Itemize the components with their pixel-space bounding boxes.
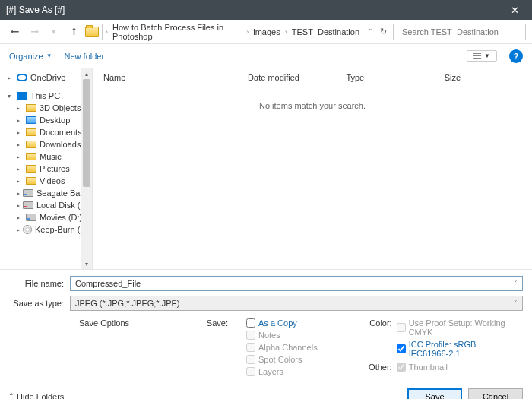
- savetype-label: Save as type:: [9, 299, 70, 308]
- folder-icon: [26, 104, 36, 112]
- spot-checkbox: Spot Colors: [246, 355, 318, 364]
- save-button[interactable]: Save: [407, 388, 462, 399]
- breadcrumb-item[interactable]: TEST_Destination: [289, 27, 363, 36]
- search-input[interactable]: [397, 24, 526, 40]
- proof-checkbox: Use Proof Setup: Working CMYK: [397, 318, 508, 337]
- column-type[interactable]: Type: [335, 71, 433, 84]
- sidebar-item[interactable]: ▸3D Objects: [0, 102, 92, 114]
- scroll-down-icon[interactable]: ▾: [81, 258, 92, 269]
- column-headers: Name Date modified Type Size: [93, 68, 532, 87]
- forward-icon: 🠖: [26, 24, 43, 40]
- sidebar-item[interactable]: ▸Desktop: [0, 114, 92, 126]
- music-icon: [26, 153, 36, 160]
- chevron-down-icon[interactable]: ˅: [366, 28, 375, 36]
- sidebar-item[interactable]: ▸Keep-Burn (F:): [0, 223, 92, 236]
- window-title: [#] Save As [#]: [6, 5, 503, 15]
- cd-icon: [23, 225, 32, 234]
- scroll-thumb[interactable]: [83, 79, 90, 187]
- pc-icon: [17, 92, 27, 100]
- breadcrumb-item[interactable]: How to Batch Process Files in Photoshop: [109, 23, 245, 41]
- alpha-checkbox: Alpha Channels: [246, 343, 318, 352]
- drive-icon: [23, 189, 33, 197]
- bottom-panel: File name: Compressed_File ˅ Save as typ…: [0, 269, 532, 382]
- cloud-icon: [17, 74, 27, 81]
- save-label: Save:: [188, 318, 228, 376]
- layers-checkbox: Layers: [246, 367, 318, 376]
- footer: ˄Hide Folders Save Cancel: [0, 382, 532, 399]
- up-icon[interactable]: 🠕: [65, 24, 82, 40]
- as-copy-checkbox[interactable]: As a Copy: [246, 318, 318, 328]
- chevron-up-icon: ˄: [9, 392, 14, 400]
- sidebar-item[interactable]: ▸Documents: [0, 126, 92, 138]
- save-options-header: Save Options: [79, 318, 170, 376]
- column-name[interactable]: Name: [93, 71, 237, 84]
- sidebar-item[interactable]: ▸Pictures: [0, 163, 92, 175]
- toolbar: Organize ▼ New folder ▼ ?: [0, 44, 532, 68]
- thumbnail-checkbox: Thumbnail: [397, 363, 448, 372]
- chevron-right-icon: ›: [246, 28, 249, 36]
- close-icon[interactable]: ✕: [503, 5, 526, 16]
- filename-input[interactable]: Compressed_File ˅: [70, 276, 523, 291]
- folder-icon: [26, 116, 36, 124]
- icc-checkbox[interactable]: ICC Profile: sRGB IEC61966-2.1: [397, 340, 508, 358]
- organize-button[interactable]: Organize ▼: [9, 52, 52, 61]
- titlebar: [#] Save As [#] ✕: [0, 0, 532, 20]
- column-date[interactable]: Date modified: [237, 71, 335, 84]
- folder-icon: [26, 141, 36, 148]
- view-button[interactable]: ▼: [467, 50, 497, 62]
- search-field[interactable]: [402, 27, 521, 36]
- videos-icon: [26, 177, 36, 185]
- scrollbar[interactable]: ▴ ▾: [81, 68, 92, 269]
- chevron-right-icon[interactable]: ›: [106, 28, 108, 36]
- other-label: Other:: [362, 363, 392, 372]
- column-size[interactable]: Size: [434, 71, 532, 84]
- pictures-icon: [26, 165, 36, 173]
- sidebar-item[interactable]: ▸Seagate Backup: [0, 187, 92, 199]
- nav-bar: 🠔 🠖 ▾ 🠕 › How to Batch Process Files in …: [0, 20, 532, 44]
- empty-message: No items match your search.: [93, 87, 532, 269]
- sidebar-item[interactable]: ▸Downloads: [0, 138, 92, 150]
- main-area: ▸OneDrive ▾This PC ▸3D Objects ▸Desktop …: [0, 68, 532, 269]
- sidebar-item[interactable]: ▸Videos: [0, 175, 92, 187]
- sidebar-item-thispc[interactable]: ▾This PC: [0, 90, 92, 102]
- chevron-right-icon: ›: [285, 28, 287, 36]
- color-label: Color:: [362, 318, 392, 358]
- breadcrumb-item[interactable]: images: [250, 27, 283, 36]
- sidebar-item-onedrive[interactable]: ▸OneDrive: [0, 71, 92, 84]
- cancel-button[interactable]: Cancel: [468, 388, 523, 399]
- savetype-select[interactable]: JPEG (*.JPG;*.JPEG;*.JPE) ˅: [70, 296, 523, 311]
- filename-label: File name:: [9, 279, 70, 288]
- chevron-down-icon[interactable]: ˅: [514, 280, 518, 287]
- drive-icon: [23, 201, 33, 209]
- file-pane: Name Date modified Type Size No items ma…: [93, 68, 532, 269]
- folder-icon: [26, 128, 36, 136]
- hide-folders-button[interactable]: ˄Hide Folders: [9, 392, 64, 400]
- chevron-down-icon[interactable]: ˅: [514, 299, 518, 307]
- back-icon[interactable]: 🠔: [6, 24, 23, 40]
- notes-checkbox: Notes: [246, 331, 318, 340]
- help-icon[interactable]: ?: [509, 49, 523, 63]
- breadcrumb[interactable]: › How to Batch Process Files in Photosho…: [102, 24, 394, 40]
- refresh-icon[interactable]: ↻: [377, 27, 390, 36]
- sidebar: ▸OneDrive ▾This PC ▸3D Objects ▸Desktop …: [0, 68, 93, 269]
- sidebar-item[interactable]: ▸Music: [0, 150, 92, 163]
- folder-icon: [85, 27, 99, 37]
- sidebar-item[interactable]: ▸Movies (D:): [0, 211, 92, 223]
- new-folder-button[interactable]: New folder: [65, 52, 105, 61]
- text-cursor-icon: [328, 278, 328, 289]
- sidebar-item[interactable]: ▸Local Disk (C:): [0, 199, 92, 211]
- recent-dropdown-icon[interactable]: ▾: [46, 24, 62, 40]
- drive-icon: [26, 214, 36, 221]
- scroll-up-icon[interactable]: ▴: [81, 68, 92, 79]
